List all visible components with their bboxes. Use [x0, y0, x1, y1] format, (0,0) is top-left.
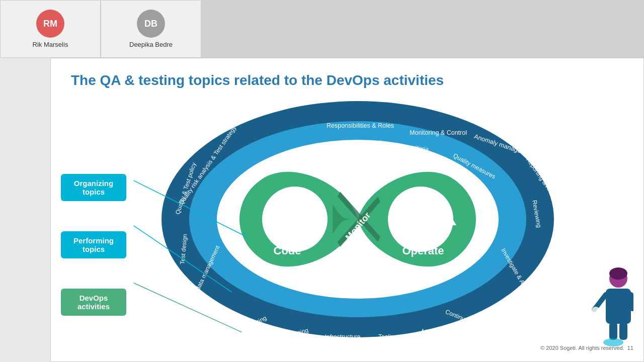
label-performing: Performingtopics: [61, 231, 126, 258]
svg-text:Metrics: Metrics: [421, 327, 441, 338]
copyright: © 2020 Sogeti. All rights reserved. 11: [540, 345, 633, 351]
video-bar: RM Rik Marselis DB Deepika Bedre: [0, 0, 644, 58]
participant-name-rm: Rik Marselis: [33, 41, 68, 48]
svg-point-44: [592, 307, 600, 315]
svg-text:Operate: Operate: [402, 244, 444, 257]
svg-text:Infrastructure: Infrastructure: [325, 333, 361, 340]
slide-area: The QA & testing topics related to the D…: [50, 58, 644, 362]
svg-rect-41: [609, 322, 617, 340]
svg-text:Monitoring & Control: Monitoring & Control: [410, 129, 467, 136]
svg-line-40: [631, 295, 632, 309]
video-tile-db: DB Deepika Bedre: [101, 0, 201, 58]
svg-text:Responsibilities & Roles: Responsibilities & Roles: [327, 122, 394, 129]
diagram-svg: Plan Deploy Monitor Code Integrate Opera…: [151, 94, 564, 345]
svg-rect-42: [619, 322, 627, 340]
participant-name-db: Deepika Bedre: [129, 41, 173, 48]
svg-point-37: [609, 267, 627, 280]
diagram-container: Organizingtopics Performingtopics DevOps…: [51, 94, 643, 355]
svg-text:Code: Code: [274, 244, 301, 257]
svg-text:Plan: Plan: [281, 192, 304, 204]
slide-title: The QA & testing topics related to the D…: [51, 58, 643, 94]
video-tile-rm: RM Rik Marselis: [0, 0, 101, 58]
svg-text:Tooling: Tooling: [378, 333, 397, 340]
avatar-rm: RM: [36, 10, 64, 38]
left-labels: Organizingtopics Performingtopics DevOps…: [61, 124, 126, 316]
svg-text:Deploy: Deploy: [405, 192, 442, 204]
svg-rect-38: [606, 289, 631, 324]
label-devops: DevOpsactivities: [61, 289, 126, 316]
person-illustration: [588, 264, 633, 350]
label-organizing: Organizingtopics: [61, 174, 126, 201]
avatar-db: DB: [137, 10, 165, 38]
